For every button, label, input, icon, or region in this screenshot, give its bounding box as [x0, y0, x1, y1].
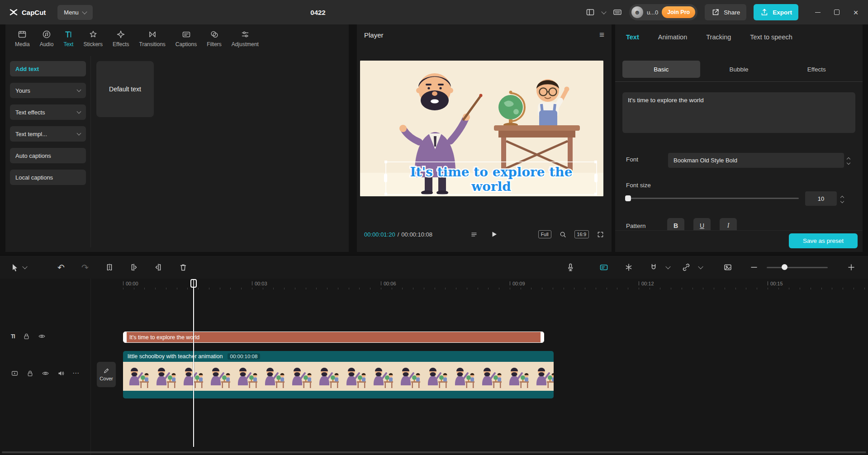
- tab-transitions[interactable]: Transitions: [134, 30, 171, 47]
- layout-icon[interactable]: [586, 8, 595, 17]
- share-button[interactable]: Share: [705, 4, 746, 20]
- sidebar-item-auto-captions[interactable]: Auto captions: [10, 148, 86, 163]
- tab-animation[interactable]: Animation: [658, 33, 687, 41]
- sidebar-item-yours[interactable]: Yours: [10, 83, 86, 98]
- sidebar-item-text-effects[interactable]: Text effects: [10, 104, 86, 120]
- effects-icon: [116, 30, 125, 39]
- share-label: Share: [724, 9, 740, 16]
- timeline[interactable]: 00:00 00:03 00:06 00:09 00:12 00:15 TI ⋯: [0, 279, 868, 455]
- font-size-slider-thumb[interactable]: [625, 195, 631, 201]
- font-stepper[interactable]: [845, 153, 852, 168]
- font-size-stepper[interactable]: [839, 191, 846, 206]
- filmstrip-thumbnail: [177, 362, 204, 391]
- chevron-down-icon[interactable]: [666, 266, 670, 269]
- font-size-value[interactable]: 10: [805, 191, 837, 206]
- tab-filters[interactable]: Filters: [202, 30, 227, 47]
- video-preview[interactable]: It's time to explore the world: [360, 61, 603, 196]
- sidebar-item-text-templates[interactable]: Text templ...: [10, 126, 86, 142]
- delete-right-icon[interactable]: [154, 263, 163, 272]
- selection-handle-right[interactable]: [594, 174, 598, 182]
- subtab-basic[interactable]: Basic: [622, 61, 700, 78]
- fullscreen-icon[interactable]: [597, 231, 604, 238]
- user-account[interactable]: ☻ u...0 Join Pro: [629, 4, 697, 20]
- share-icon: [711, 8, 720, 17]
- font-size-slider-track[interactable]: [626, 198, 799, 199]
- preview-quality-icon[interactable]: [723, 263, 732, 272]
- playhead-handle[interactable]: [190, 279, 197, 288]
- font-select[interactable]: Bookman Old Style Bold: [668, 153, 844, 168]
- split-icon[interactable]: [105, 263, 114, 272]
- tab-media[interactable]: Media: [10, 30, 35, 47]
- add-text-button[interactable]: Add text: [10, 61, 86, 76]
- clip-trim-handle-left[interactable]: [123, 332, 127, 342]
- lock-icon[interactable]: [23, 332, 30, 340]
- maximize-button[interactable]: [831, 6, 843, 18]
- eye-icon[interactable]: [38, 332, 46, 340]
- play-button[interactable]: [489, 230, 498, 239]
- sidebar-label: Text templ...: [15, 131, 47, 137]
- subtab-bubble[interactable]: Bubble: [700, 61, 778, 78]
- link-icon[interactable]: [682, 263, 691, 272]
- lock-icon[interactable]: [26, 370, 34, 377]
- auto-captions-icon[interactable]: [599, 263, 608, 272]
- tab-captions[interactable]: Captions: [171, 30, 202, 47]
- magnifier-icon[interactable]: [559, 231, 567, 238]
- time-separator: /: [398, 231, 399, 238]
- tab-tracking[interactable]: Tracking: [706, 33, 731, 41]
- tab-text-to-speech[interactable]: Text to speech: [750, 33, 792, 41]
- edit-cover-button[interactable]: Cover: [97, 362, 116, 387]
- tab-audio[interactable]: Audio: [35, 30, 59, 47]
- player-menu-icon[interactable]: ≡: [599, 30, 604, 40]
- join-pro-button[interactable]: Join Pro: [662, 6, 695, 18]
- more-options-icon[interactable]: ⋯: [72, 369, 79, 377]
- tab-effects[interactable]: Effects: [108, 30, 134, 47]
- tab-label: Text: [63, 41, 73, 47]
- eye-icon[interactable]: [42, 370, 49, 377]
- voiceover-icon[interactable]: [566, 263, 575, 272]
- text-clip[interactable]: It's time to explore the world: [123, 332, 544, 343]
- snap-icon[interactable]: [624, 263, 633, 272]
- delete-icon[interactable]: [179, 263, 188, 272]
- close-button[interactable]: ×: [850, 6, 862, 18]
- zoom-in-icon[interactable]: [847, 263, 856, 272]
- zoom-out-icon[interactable]: [749, 263, 759, 272]
- magnet-icon[interactable]: [649, 263, 658, 272]
- project-title: 0422: [310, 9, 325, 16]
- timeline-zoom-thumb[interactable]: [782, 264, 787, 270]
- timeline-zoom-slider[interactable]: [767, 267, 828, 268]
- mute-icon[interactable]: [57, 370, 65, 377]
- default-text-tile[interactable]: Default text: [96, 61, 154, 117]
- font-label: Font: [626, 156, 638, 163]
- clip-trim-handle-right[interactable]: [541, 332, 544, 342]
- keyboard-icon[interactable]: [613, 8, 622, 17]
- selection-handle-left[interactable]: [384, 174, 387, 182]
- full-button[interactable]: Full: [538, 230, 551, 238]
- export-button[interactable]: Export: [754, 4, 798, 20]
- tab-stickers[interactable]: Stickers: [78, 30, 108, 47]
- minimize-button[interactable]: [812, 6, 824, 18]
- tab-text-properties[interactable]: Text: [626, 33, 639, 41]
- playhead[interactable]: [193, 280, 194, 447]
- tab-text[interactable]: Text: [58, 30, 78, 47]
- save-as-preset-button[interactable]: Save as preset: [789, 233, 858, 248]
- frame-list-icon[interactable]: [470, 231, 478, 238]
- chevron-down-icon[interactable]: [699, 266, 702, 269]
- chevron-down-icon[interactable]: [23, 266, 27, 269]
- chevron-down-icon[interactable]: [601, 9, 606, 14]
- subtab-effects[interactable]: Effects: [778, 61, 855, 78]
- text-input[interactable]: It's time to explore the world: [622, 92, 855, 133]
- select-tool-icon[interactable]: [10, 263, 19, 272]
- redo-icon[interactable]: ↷: [81, 262, 89, 272]
- timeline-horizontal-scrollbar[interactable]: [2, 451, 866, 453]
- sidebar-item-local-captions[interactable]: Local captions: [10, 170, 86, 185]
- tab-label: Captions: [175, 41, 197, 47]
- undo-icon[interactable]: ↶: [57, 262, 65, 272]
- aspect-ratio-button[interactable]: 16:9: [574, 230, 589, 238]
- tab-adjustment[interactable]: Adjustment: [227, 30, 264, 47]
- menu-button[interactable]: Menu: [57, 5, 93, 20]
- video-clip[interactable]: little schoolboy with teacher animation …: [123, 351, 554, 398]
- ruler-tick: [768, 281, 768, 285]
- delete-left-icon[interactable]: [129, 263, 138, 272]
- player-panel: Player ≡: [357, 24, 612, 252]
- ruler-tick: [510, 281, 510, 285]
